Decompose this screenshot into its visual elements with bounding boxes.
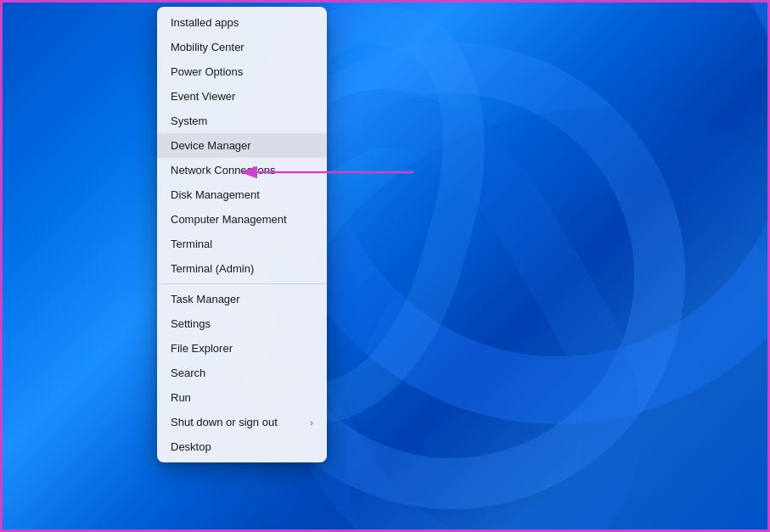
menu-item-disk-management[interactable]: Disk Management <box>157 182 327 207</box>
menu-item-network-connections[interactable]: Network Connections <box>157 158 327 182</box>
menu-item-file-explorer[interactable]: File Explorer <box>157 336 327 361</box>
menu-item-power-options[interactable]: Power Options <box>157 59 327 84</box>
menu-item-terminal-admin[interactable]: Terminal (Admin) <box>157 256 327 281</box>
menu-item-desktop[interactable]: Desktop <box>157 434 327 459</box>
menu-item-mobility-center[interactable]: Mobility Center <box>157 35 327 59</box>
menu-item-event-viewer[interactable]: Event Viewer <box>157 84 327 109</box>
menu-item-label: Event Viewer <box>171 90 235 103</box>
menu-item-label: Terminal <box>171 238 212 250</box>
menu-item-shut-down-sign-out[interactable]: Shut down or sign out› <box>157 410 327 434</box>
menu-item-label: Shut down or sign out <box>171 416 278 428</box>
menu-item-label: Settings <box>171 317 211 330</box>
menu-item-label: Network Connections <box>171 164 276 176</box>
menu-item-device-manager[interactable]: Device Manager <box>157 133 327 158</box>
desktop-background <box>0 0 770 532</box>
menu-item-settings[interactable]: Settings <box>157 311 327 336</box>
menu-item-label: Search <box>171 367 205 379</box>
menu-item-label: Installed apps <box>171 16 239 29</box>
menu-item-label: Desktop <box>171 440 211 453</box>
menu-item-label: Disk Management <box>171 188 260 201</box>
menu-item-computer-management[interactable]: Computer Management <box>157 207 327 232</box>
menu-item-run[interactable]: Run <box>157 385 327 410</box>
menu-item-task-manager[interactable]: Task Manager <box>157 287 327 311</box>
menu-item-label: Device Manager <box>171 139 251 152</box>
menu-item-terminal[interactable]: Terminal <box>157 232 327 256</box>
context-menu: Installed appsMobility CenterPower Optio… <box>157 7 327 462</box>
menu-item-label: Computer Management <box>171 213 287 226</box>
menu-item-label: File Explorer <box>171 342 233 355</box>
menu-item-search[interactable]: Search <box>157 361 327 385</box>
menu-divider <box>157 283 327 284</box>
menu-item-label: Mobility Center <box>171 41 244 53</box>
menu-item-installed-apps[interactable]: Installed apps <box>157 10 327 35</box>
menu-item-label: Power Options <box>171 65 243 78</box>
menu-item-system[interactable]: System <box>157 109 327 133</box>
menu-item-label: Terminal (Admin) <box>171 262 254 275</box>
menu-item-label: Task Manager <box>171 293 240 305</box>
submenu-chevron-icon: › <box>310 417 313 428</box>
menu-item-label: System <box>171 115 207 127</box>
menu-item-label: Run <box>171 391 191 404</box>
